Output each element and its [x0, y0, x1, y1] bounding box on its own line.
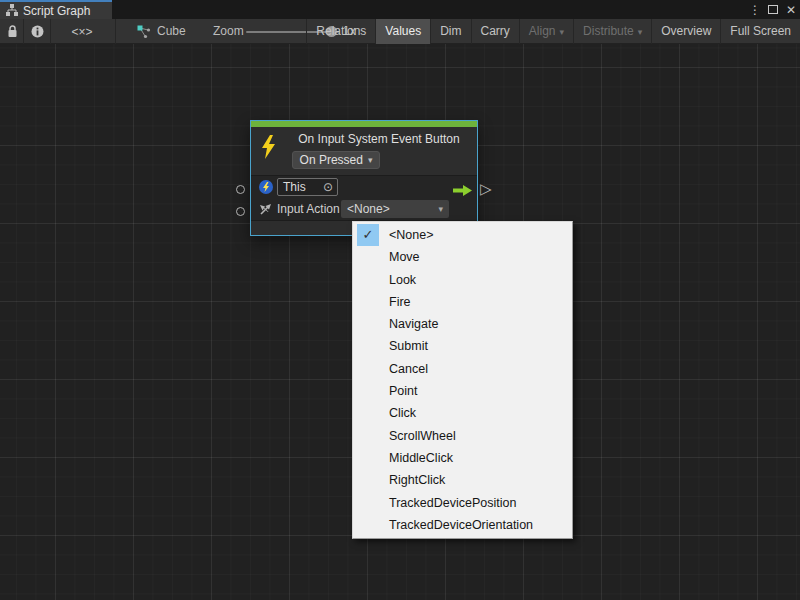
kebab-menu-icon[interactable]: ⋮	[748, 1, 762, 19]
port-this[interactable]	[236, 185, 245, 194]
values-button[interactable]: Values	[375, 19, 430, 44]
menu-item-navigate[interactable]: Navigate	[353, 313, 572, 335]
menu-item-submit[interactable]: Submit	[353, 335, 572, 357]
node-title: On Input System Event Button	[251, 132, 477, 146]
menu-item-cancel[interactable]: Cancel	[353, 358, 572, 380]
menu-item-trackeddeviceorientation[interactable]: TrackedDeviceOrientation	[353, 514, 572, 536]
code-toggle-icon[interactable]: <×>	[64, 19, 100, 44]
menu-item-scrollwheel[interactable]: ScrollWheel	[353, 425, 572, 447]
chevron-down-icon: ▾	[438, 204, 443, 214]
self-icon	[259, 180, 273, 198]
port-input-action[interactable]	[236, 207, 245, 216]
chevron-down-icon: ▾	[638, 27, 643, 37]
tab-bar: Script Graph ⋮ ✕	[0, 0, 800, 19]
flow-output-port[interactable]: ▷	[480, 180, 492, 197]
distribute-button[interactable]: Distribute▾	[573, 19, 651, 44]
chevron-down-icon: ▾	[560, 27, 565, 37]
graph-canvas[interactable]: ▷ On Input System Event Button On Presse…	[0, 44, 800, 600]
menu-item-trackeddeviceposition[interactable]: TrackedDevicePosition	[353, 492, 572, 514]
input-action-label: Input Action	[277, 198, 340, 220]
input-action-icon	[259, 202, 273, 220]
zoom-label: Zoom	[213, 19, 244, 44]
menu-item-point[interactable]: Point	[353, 380, 572, 402]
object-picker-icon[interactable]: ⊙	[323, 180, 333, 194]
menu-item-look[interactable]: Look	[353, 269, 572, 291]
overview-button[interactable]: Overview	[651, 19, 720, 44]
input-action-menu: ✓ <None> Move Look Fire Navigate Submit …	[352, 221, 573, 539]
chevron-down-icon: ▾	[368, 155, 373, 165]
tab-label: Script Graph	[23, 4, 90, 18]
menu-item-rightclick[interactable]: RightClick	[353, 469, 572, 491]
lock-icon[interactable]	[4, 19, 20, 44]
dim-button[interactable]: Dim	[430, 19, 470, 44]
node-row-this: This ⊙	[251, 176, 477, 198]
menu-item-middleclick[interactable]: MiddleClick	[353, 447, 572, 469]
full-screen-button[interactable]: Full Screen	[720, 19, 800, 44]
close-icon[interactable]: ✕	[784, 1, 798, 19]
event-selector-dropdown[interactable]: On Pressed▾	[292, 151, 380, 169]
toolbar-buttons: Relations Values Dim Carry Align▾ Distri…	[306, 19, 800, 44]
this-object-field[interactable]: This ⊙	[277, 178, 338, 196]
node-row-input-action: Input Action <None>▾	[251, 198, 477, 220]
tab-script-graph[interactable]: Script Graph	[0, 0, 112, 19]
graph-network-icon	[137, 19, 151, 44]
node-body: This ⊙ Input	[251, 176, 477, 220]
menu-item-none[interactable]: <None>	[353, 224, 572, 246]
graph-hierarchy-icon	[6, 2, 18, 20]
input-action-dropdown[interactable]: <None>▾	[341, 200, 449, 218]
menu-item-click[interactable]: Click	[353, 402, 572, 424]
menu-item-fire[interactable]: Fire	[353, 291, 572, 313]
node-header: On Input System Event Button On Pressed▾	[251, 127, 477, 176]
node-on-input-system-event-button[interactable]: On Input System Event Button On Pressed▾…	[250, 120, 478, 236]
carry-button[interactable]: Carry	[471, 19, 519, 44]
info-icon[interactable]	[29, 19, 45, 44]
toolbar: <×> Cube Zoom 1x Relations Values Dim Ca…	[0, 19, 800, 44]
menu-item-move[interactable]: Move	[353, 246, 572, 268]
graph-name-label: Cube	[157, 19, 186, 44]
check-icon: ✓	[357, 224, 379, 246]
relations-button[interactable]: Relations	[306, 19, 375, 44]
lightning-bolt-icon	[260, 135, 277, 163]
align-button[interactable]: Align▾	[519, 19, 573, 44]
maximize-icon[interactable]	[768, 5, 778, 14]
